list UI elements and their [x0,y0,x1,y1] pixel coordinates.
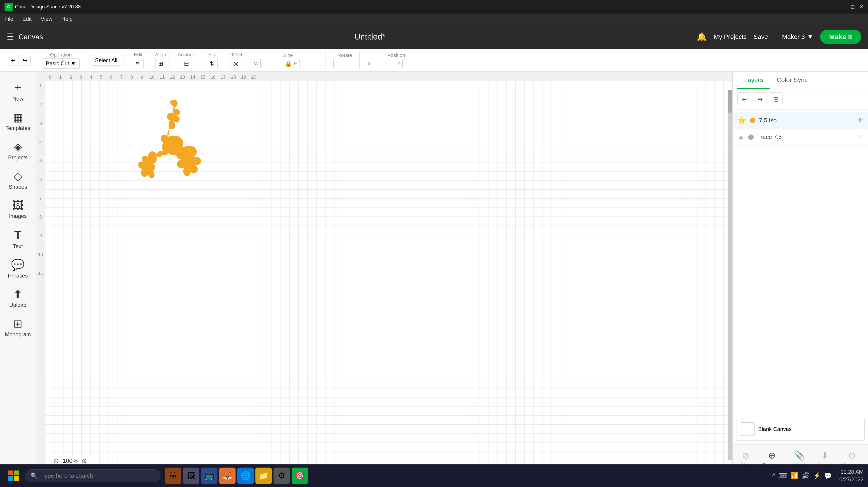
sidebar-item-images[interactable]: 🖼 Images [2,196,34,223]
align-button[interactable]: ⊞ [155,58,166,69]
panel-redo-button[interactable]: ↪ [753,92,767,106]
start-button[interactable] [4,467,23,485]
taskbar-search[interactable]: 🔍 Type here to search [25,469,160,482]
x-input[interactable] [373,59,395,68]
taskbar-app-cricut[interactable]: 🎯 [291,467,308,484]
right-panel: Layers Color Sync ↩ ↪ ⊞ ⭐ 7.5 Iso 👁 ▲ Tr… [733,72,868,474]
flip-button[interactable]: ⇅ [207,58,218,69]
menu-bar: File Edit View Help [0,13,868,24]
hamburger-menu[interactable]: ☰ [7,32,14,41]
combine-icon: ⊕ [768,450,776,460]
taskbar-app-photos[interactable]: 🖼 [183,467,199,484]
edit-button[interactable]: ✏ [133,58,144,69]
taskbar-app-tv[interactable]: 📺 [201,467,217,484]
svg-rect-1 [14,470,19,475]
new-label: New [12,96,23,102]
contour-icon: ⊙ [848,450,856,460]
canvas-area[interactable]: 0 1 2 3 4 5 6 7 8 9 10 11 12 13 14 15 16… [36,72,733,474]
vertical-scrollbar-thumb[interactable] [728,90,733,112]
sidebar-item-text[interactable]: T Text [2,225,34,253]
search-icon: 🔍 [31,472,38,479]
sidebar-item-monogram[interactable]: ⊞ Monogram [2,314,34,341]
make-it-button[interactable]: Make It [820,30,861,44]
taskbar-app-files[interactable]: 📁 [255,467,272,484]
main-layout: ＋ New ▦ Templates ◈ Projects ◇ Shapes 🖼 … [0,72,868,474]
chevron-up-icon[interactable]: ^ [772,472,775,479]
rotate-input[interactable] [333,59,356,68]
machine-chevron-icon: ▼ [807,33,813,40]
position-item: Position X Y [368,53,425,68]
position-group: Position X Y [364,53,428,68]
windows-logo-icon [8,470,19,481]
height-input[interactable] [299,59,322,68]
document-title: Untitled* [354,32,385,41]
vertical-scrollbar[interactable] [728,90,733,460]
zoom-in-button[interactable]: ⊕ [81,457,87,465]
width-input[interactable] [260,59,283,68]
menu-edit[interactable]: Edit [22,16,32,22]
machine-selector[interactable]: Maker 3 ▼ [782,33,813,40]
arrange-label: Arrange [178,52,195,58]
canvas-viewport[interactable] [45,81,733,464]
notifications-icon[interactable]: 🔔 [697,32,707,41]
lock-icon[interactable]: 🔒 [285,60,292,67]
my-projects-button[interactable]: My Projects [714,33,747,40]
layer-item-2[interactable]: ▲ Trace 7.5 👁 [733,129,868,145]
w-label: W [254,61,259,66]
zoom-out-button[interactable]: ⊖ [53,457,59,465]
volume-icon[interactable]: 🔊 [802,472,810,480]
svg-rect-2 [8,476,13,481]
redo-button[interactable]: ↪ [20,55,31,66]
select-all-button[interactable]: Select All [91,55,121,66]
layer-visibility-2[interactable]: 👁 [857,133,864,141]
taskbar-app-settings[interactable]: ⚙ [274,467,290,484]
panel-undo-button[interactable]: ↩ [737,92,751,106]
offset-button[interactable]: ◎ [230,58,241,69]
layer-item-1[interactable]: ⭐ 7.5 Iso 👁 [733,112,868,129]
minimize-button[interactable]: ─ [843,4,846,10]
battery-icon[interactable]: ⚡ [813,472,821,480]
menu-view[interactable]: View [41,16,53,22]
flip-item: Flip ⇅ [207,52,218,69]
nav-divider [775,32,775,41]
taskbar-app-gallery[interactable]: 🏛 [165,467,181,484]
svg-rect-3 [14,476,19,481]
offset-item: Offset ◎ [229,52,242,69]
align-item: Align ⊞ [155,52,166,69]
sidebar-item-new[interactable]: ＋ New [2,76,34,105]
app-title: Cricut Design Space v7.20.88 [15,4,843,10]
network-icon[interactable]: 📶 [791,472,799,480]
taskbar-app-browser[interactable]: 🌐 [237,467,254,484]
basic-cut-button[interactable]: Basic Cut ▼ [42,58,80,69]
tab-layers[interactable]: Layers [737,72,770,89]
menu-help[interactable]: Help [61,16,72,22]
right-panel-toolbar: ↩ ↪ ⊞ [733,89,868,109]
panel-grid-button[interactable]: ⊞ [769,92,782,106]
sidebar-item-upload[interactable]: ⬆ Upload [2,285,34,312]
sidebar-item-templates[interactable]: ▦ Templates [2,107,34,135]
taskbar-app-firefox[interactable]: 🦊 [219,467,236,484]
tab-color-sync[interactable]: Color Sync [770,72,814,89]
layer-visibility-1[interactable]: 👁 [857,117,864,124]
save-button[interactable]: Save [754,33,768,40]
ruler-left: 1 2 3 4 5 6 7 8 9 10 11 [36,81,45,474]
sidebar-item-phrases[interactable]: 💬 Phrases [2,255,34,282]
sidebar-item-shapes[interactable]: ◇ Shapes [2,166,34,193]
maximize-button[interactable]: □ [851,4,855,10]
position-label: Position [388,53,405,58]
h-label: H [294,61,298,66]
y-input[interactable] [402,59,425,68]
sidebar-item-projects[interactable]: ◈ Projects [2,137,34,164]
keyboard-icon[interactable]: ⌨ [778,472,787,480]
message-icon[interactable]: 💬 [824,472,832,480]
flip-label: Flip [209,52,216,58]
layer-star-icon: ⭐ [737,116,746,125]
shapes-label: Shapes [8,184,27,190]
images-icon: 🖼 [12,199,23,212]
arrange-button[interactable]: ⊟ [181,58,192,69]
flip-group: Flip ⇅ [204,52,221,69]
menu-file[interactable]: File [4,16,13,22]
undo-button[interactable]: ↩ [8,55,19,66]
close-button[interactable]: ✕ [859,4,864,10]
bird-shape[interactable] [113,94,226,221]
